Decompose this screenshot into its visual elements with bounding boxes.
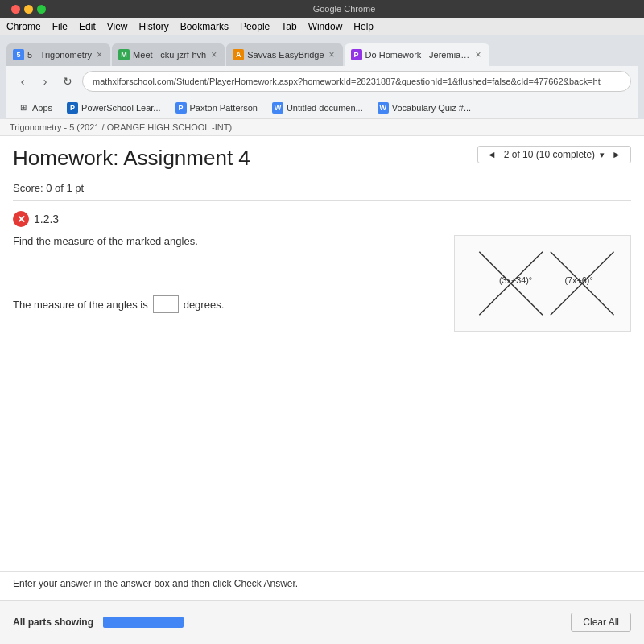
bookmark-powerschool-label: PowerSchool Lear... xyxy=(81,103,160,113)
bookmark-paxton[interactable]: P Paxton Patterson xyxy=(171,101,262,115)
question-text-area: Find the measure of the marked angles. T… xyxy=(13,235,438,332)
main-content-area: Trigonometry - 5 (2021 / ORANGE HIGH SCH… xyxy=(0,119,644,644)
apps-icon: ⊞ xyxy=(18,102,29,114)
clear-all-button[interactable]: Clear All xyxy=(571,613,631,632)
tab-label-4: Do Homework - Jeremiah Dille xyxy=(365,50,471,60)
diagram-svg: (3x+34)° (7x+6)° xyxy=(455,236,630,331)
back-button[interactable]: ‹ xyxy=(13,72,32,91)
close-button[interactable] xyxy=(11,5,20,14)
angle-label-1: (3x+34)° xyxy=(499,275,532,285)
tab-icon-4: P xyxy=(351,49,362,60)
browser-window: Google Chrome Chrome File Edit View Hist… xyxy=(0,0,644,644)
untitled-icon: W xyxy=(272,102,283,114)
menu-bar: Chrome File Edit View History Bookmarks … xyxy=(0,18,644,35)
title-bar-text: Google Chrome xyxy=(313,4,376,14)
next-question-button[interactable]: ► xyxy=(609,149,624,160)
minimize-button[interactable] xyxy=(24,5,33,14)
tab-close-2[interactable]: × xyxy=(209,49,218,60)
question-progress: 2 of 10 (10 complete) xyxy=(504,149,595,160)
tab-label-1: 5 - Trigonometry xyxy=(27,50,92,60)
bookmark-untitled-label: Untitled documen... xyxy=(287,103,363,113)
vocab-icon: W xyxy=(378,102,389,114)
question-dropdown-arrow[interactable]: ▾ xyxy=(600,150,605,160)
bookmark-untitled[interactable]: W Untitled documen... xyxy=(267,101,368,115)
answer-prompt: The measure of the angles is xyxy=(13,299,148,311)
score-label: Score: xyxy=(13,182,43,194)
question-area: Find the measure of the marked angles. T… xyxy=(13,235,631,332)
answer-unit: degrees. xyxy=(184,299,225,311)
title-row: Homework: Assignment 4 ◄ 2 of 10 (10 com… xyxy=(13,146,631,177)
browser-chrome: 5 5 - Trigonometry × M Meet - cku-jzrf-h… xyxy=(0,35,644,119)
question-instruction: Find the measure of the marked angles. xyxy=(13,235,438,247)
menu-file[interactable]: File xyxy=(52,21,68,32)
menu-window[interactable]: Window xyxy=(308,21,343,32)
reload-button[interactable]: ↻ xyxy=(58,72,77,91)
menu-view[interactable]: View xyxy=(107,21,128,32)
tab-trigonometry[interactable]: 5 5 - Trigonometry × xyxy=(6,43,110,66)
forward-button[interactable]: › xyxy=(35,72,55,91)
title-bar: Google Chrome xyxy=(0,0,644,18)
maximize-button[interactable] xyxy=(37,5,46,14)
tab-savvas[interactable]: A Savvas EasyBridge × xyxy=(226,43,342,66)
tab-label-2: Meet - cku-jzrf-hvh xyxy=(133,50,206,60)
all-parts-label: All parts showing xyxy=(13,617,93,628)
menu-history[interactable]: History xyxy=(139,21,169,32)
bottom-bar: All parts showing Clear All xyxy=(0,600,644,644)
tab-meet[interactable]: M Meet - cku-jzrf-hvh × xyxy=(112,43,225,66)
prev-question-button[interactable]: ◄ xyxy=(485,149,499,160)
paxton-icon: P xyxy=(175,102,187,114)
answer-input[interactable] xyxy=(153,295,179,313)
score-line: Score: 0 of 1 pt xyxy=(13,182,631,201)
tab-homework[interactable]: P Do Homework - Jeremiah Dille × xyxy=(345,43,489,66)
question-navigation: ◄ 2 of 10 (10 complete) ▾ ► xyxy=(477,146,631,163)
bookmark-apps-label: Apps xyxy=(32,103,52,113)
instruction-text: Enter your answer in the answer box and … xyxy=(13,578,298,589)
tab-icon-1: 5 xyxy=(13,49,24,60)
question-header: ✕ 1.2.3 xyxy=(13,211,631,227)
wrong-icon: ✕ xyxy=(13,211,29,227)
homework-title: Homework: Assignment 4 xyxy=(13,146,250,171)
tab-close-1[interactable]: × xyxy=(95,49,104,60)
breadcrumb-text: Trigonometry - 5 (2021 / ORANGE HIGH SCH… xyxy=(10,122,232,132)
angle-diagram: (3x+34)° (7x+6)° xyxy=(454,235,631,332)
nav-buttons: ‹ › ↻ xyxy=(13,72,77,91)
tabs-row: 5 5 - Trigonometry × M Meet - cku-jzrf-h… xyxy=(6,40,638,66)
menu-edit[interactable]: Edit xyxy=(79,21,96,32)
menu-bookmarks[interactable]: Bookmarks xyxy=(180,21,229,32)
breadcrumb: Trigonometry - 5 (2021 / ORANGE HIGH SCH… xyxy=(0,119,644,136)
answer-row: The measure of the angles is degrees. xyxy=(13,295,438,313)
menu-chrome[interactable]: Chrome xyxy=(6,21,41,32)
menu-tab[interactable]: Tab xyxy=(281,21,296,32)
bookmark-apps[interactable]: ⊞ Apps xyxy=(13,101,57,115)
bookmark-vocab-label: Vocabulary Quiz #... xyxy=(392,103,471,113)
bookmark-powerschool[interactable]: P PowerSchool Lear... xyxy=(62,101,165,115)
tab-close-3[interactable]: × xyxy=(328,49,336,60)
tab-icon-3: A xyxy=(233,49,244,60)
bookmark-vocab[interactable]: W Vocabulary Quiz #... xyxy=(373,101,476,115)
address-input[interactable] xyxy=(82,71,631,92)
menu-help[interactable]: Help xyxy=(353,21,374,32)
progress-bar xyxy=(103,617,184,628)
score-value: 0 of 1 pt xyxy=(46,182,84,194)
bookmarks-bar: ⊞ Apps P PowerSchool Lear... P Paxton Pa… xyxy=(6,97,638,119)
question-number: 1.2.3 xyxy=(34,213,59,225)
address-bar-row: ‹ › ↻ xyxy=(6,66,638,97)
tab-label-3: Savvas EasyBridge xyxy=(247,50,324,60)
homework-content: Homework: Assignment 4 ◄ 2 of 10 (10 com… xyxy=(0,136,644,619)
powerschool-icon: P xyxy=(67,102,78,114)
menu-people[interactable]: People xyxy=(240,21,270,32)
bookmark-paxton-label: Paxton Patterson xyxy=(190,103,258,113)
tab-close-4[interactable]: × xyxy=(474,49,483,60)
traffic-lights xyxy=(6,5,51,14)
angle-label-2: (7x+6)° xyxy=(565,275,593,285)
bottom-instruction: Enter your answer in the answer box and … xyxy=(0,571,644,596)
tab-icon-2: M xyxy=(118,49,130,60)
